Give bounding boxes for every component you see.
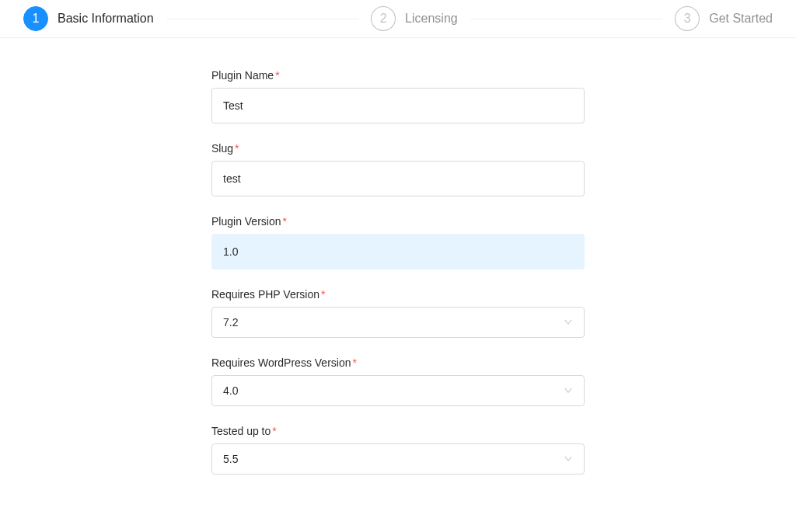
php-version-select[interactable]: 7.2 (211, 307, 585, 338)
form-item-wp-version: Requires WordPress Version* 4.0 (211, 356, 585, 406)
form-container: Plugin Name* Slug* Plugin Version* Requi… (0, 38, 796, 524)
step-circle-1: 1 (23, 6, 48, 31)
step-label-1: Basic Information (58, 12, 154, 26)
wp-version-value: 4.0 (223, 384, 238, 397)
wizard-steps: 1 Basic Information 2 Licensing 3 Get St… (0, 0, 796, 38)
php-version-value: 7.2 (223, 316, 238, 329)
slug-input[interactable] (211, 161, 585, 196)
tested-up-to-label: Tested up to* (211, 425, 585, 437)
plugin-version-label: Plugin Version* (211, 215, 585, 228)
wp-version-label-text: Requires WordPress Version (211, 356, 351, 369)
step-1[interactable]: 1 Basic Information (23, 6, 154, 31)
slug-label: Slug* (211, 142, 585, 155)
form-item-php-version: Requires PHP Version* 7.2 (211, 288, 585, 338)
tested-up-to-select[interactable]: 5.5 (211, 443, 585, 475)
step-3[interactable]: 3 Get Started (675, 6, 773, 31)
step-circle-3: 3 (675, 6, 700, 31)
step-number-2: 2 (380, 12, 387, 26)
tested-up-to-label-text: Tested up to (211, 425, 271, 437)
step-divider (470, 19, 662, 19)
step-number-1: 1 (33, 12, 40, 26)
plugin-name-label-text: Plugin Name (211, 69, 274, 82)
form-item-slug: Slug* (211, 142, 585, 196)
step-number-3: 3 (684, 12, 691, 26)
plugin-name-input[interactable] (211, 88, 585, 123)
step-circle-2: 2 (371, 6, 396, 31)
wp-version-select[interactable]: 4.0 (211, 375, 585, 406)
step-label-2: Licensing (405, 12, 458, 26)
required-mark: * (283, 215, 287, 228)
form-item-plugin-version: Plugin Version* (211, 215, 585, 269)
chevron-down-icon (564, 454, 573, 464)
required-mark: * (352, 356, 356, 369)
required-mark: * (321, 288, 325, 301)
chevron-down-icon (564, 386, 573, 395)
form-item-tested-up-to: Tested up to* 5.5 (211, 425, 585, 475)
step-label-3: Get Started (709, 12, 773, 26)
required-mark: * (272, 425, 276, 437)
plugin-version-input[interactable] (211, 234, 585, 269)
step-divider (166, 19, 358, 19)
plugin-version-label-text: Plugin Version (211, 215, 281, 228)
required-mark: * (235, 142, 239, 155)
tested-up-to-value: 5.5 (223, 453, 238, 465)
chevron-down-icon (564, 318, 573, 327)
wp-version-label: Requires WordPress Version* (211, 356, 585, 369)
php-version-label-text: Requires PHP Version (211, 288, 319, 301)
step-2[interactable]: 2 Licensing (371, 6, 458, 31)
plugin-name-label: Plugin Name* (211, 69, 585, 82)
required-mark: * (275, 69, 279, 82)
php-version-label: Requires PHP Version* (211, 288, 585, 301)
slug-label-text: Slug (211, 142, 233, 155)
form-item-plugin-name: Plugin Name* (211, 69, 585, 123)
form-inner: Plugin Name* Slug* Plugin Version* Requi… (211, 69, 585, 493)
